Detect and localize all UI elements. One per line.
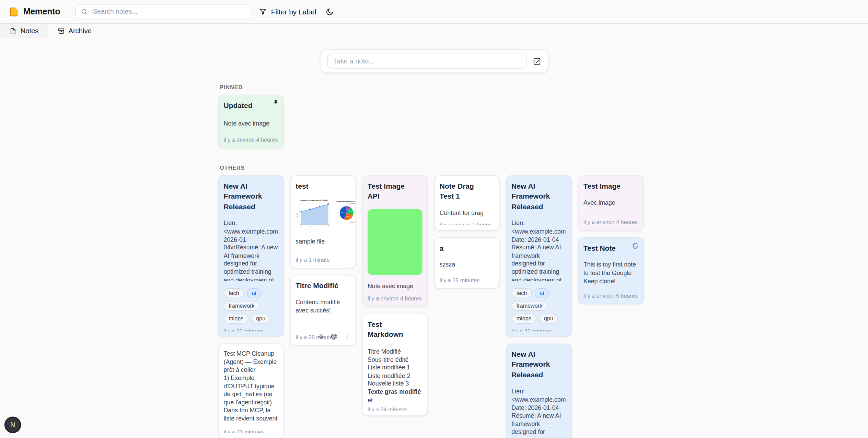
- note-body: Contenu modifié avec succès!: [296, 298, 350, 315]
- note-timestamp: il y a environ 4 heures: [583, 215, 638, 225]
- text-segment: Titre Modifié Sous-titre édité Liste mod…: [368, 348, 410, 387]
- tag-tech[interactable]: tech: [224, 288, 244, 298]
- note-card-test-markdown[interactable]: Test Markdown Titre Modifié Sous-titre é…: [362, 314, 428, 416]
- note-card-titre-modifie[interactable]: Titre Modifié Contenu modifié avec succè…: [290, 275, 356, 346]
- others-section-label: OTHERS: [220, 165, 645, 171]
- tag-gpu[interactable]: gpu: [251, 313, 270, 323]
- note-body: Avec image: [583, 199, 638, 207]
- grid-column-1: New AI Framework Released Lien: <www.exa…: [218, 175, 284, 438]
- tab-archive-label: Archive: [68, 27, 91, 35]
- note-timestamp: il y a environ 4 heures: [224, 132, 279, 143]
- note-card-test-image[interactable]: Test Image Avec image il y a environ 4 h…: [578, 175, 644, 230]
- text-segment: et: [368, 396, 373, 402]
- filter-by-label-button[interactable]: Filter by Label: [259, 8, 316, 16]
- text-segment: get_notes: [232, 391, 262, 398]
- note-card-test-image-api[interactable]: Test Image API Note avec image il y a en…: [362, 175, 428, 307]
- tag-mlops[interactable]: mlops: [511, 313, 536, 323]
- svg-text:T1: T1: [300, 226, 302, 228]
- note-title: Test Note: [583, 244, 638, 254]
- pinned-section-label: PINNED: [220, 84, 645, 90]
- note-hover-actions: [318, 333, 350, 340]
- reminder-bell-icon: [632, 242, 639, 249]
- dark-mode-toggle[interactable]: [326, 8, 334, 16]
- note-timestamp: il y a 32 minutes: [511, 323, 566, 331]
- tab-bar: Notes Archive: [0, 23, 868, 38]
- header: Memento Filter by Label: [0, 0, 868, 23]
- note-timestamp: il y a environ 5 heures: [583, 288, 638, 299]
- n-badge-button[interactable]: N: [4, 417, 21, 433]
- svg-text:25.4%: 25.4%: [346, 216, 350, 218]
- note-title: New AI Framework Released: [511, 350, 566, 380]
- note-card-updated[interactable]: Updated Note avec image il y a environ 4…: [218, 95, 284, 148]
- note-title: New AI Framework Released: [224, 181, 279, 212]
- text-segment: Texte gras modifié: [368, 388, 421, 395]
- search-box[interactable]: [75, 4, 251, 19]
- svg-text:T4: T4: [327, 226, 329, 228]
- svg-text:20.0%: 20.0%: [349, 212, 352, 213]
- note-timestamp: il y a 32 minutes: [224, 323, 279, 331]
- svg-text:T3: T3: [319, 226, 320, 228]
- svg-text:Services: Services: [350, 222, 355, 223]
- note-title: Note Drag Test 1: [440, 181, 495, 202]
- note-file-logo-icon: [9, 7, 19, 16]
- tab-notes-label: Notes: [21, 27, 39, 35]
- note-card-test-mcp-cleanup[interactable]: Test MCP Cleanup (Agent) — Exemple prêt …: [218, 344, 284, 438]
- palette-icon[interactable]: [331, 333, 338, 340]
- note-title: Test Markdown: [368, 320, 423, 340]
- svg-text:T2: T2: [309, 226, 311, 228]
- svg-text:Consulting: Consulting: [349, 203, 356, 204]
- tag-tech[interactable]: tech: [511, 288, 532, 298]
- app-window: Memento Filter by Label Notes: [0, 0, 868, 438]
- note-card-new-ai-framework-1[interactable]: New AI Framework Released Lien: <www.exa…: [218, 175, 284, 337]
- grid-column-6: Test Image Avec image il y a environ 4 h…: [578, 175, 644, 304]
- note-body: Titre Modifié Sous-titre édité Liste mod…: [368, 347, 423, 402]
- note-title: Test Image API: [368, 181, 423, 202]
- new-checklist-button[interactable]: [532, 57, 541, 66]
- green-attachment-image[interactable]: [368, 209, 423, 275]
- n-badge-letter: N: [10, 421, 15, 429]
- note-attachments: Croissance Trimestrielle du CA (M€): [296, 199, 350, 230]
- note-timestamp: il y a environ 1 heure: [440, 217, 495, 225]
- note-card-new-ai-framework-2[interactable]: New AI Framework Released Lien: <www.exa…: [506, 175, 572, 337]
- line-chart-image[interactable]: Croissance Trimestrielle du CA (M€): [296, 199, 331, 230]
- note-body: Content for drag test: [440, 209, 495, 218]
- pin-filled-icon[interactable]: [273, 99, 279, 106]
- tag-gpu[interactable]: gpu: [539, 313, 558, 323]
- tag-framework[interactable]: framework: [224, 301, 259, 311]
- tag-framework[interactable]: framework: [511, 301, 547, 311]
- note-timestamp: il y a environ 4 heures: [368, 291, 423, 301]
- search-input[interactable]: [92, 7, 245, 16]
- tag-ai[interactable]: ai: [247, 288, 261, 298]
- moon-icon: [326, 8, 334, 16]
- note-timestamp: il y a 24 minutes: [368, 402, 423, 411]
- take-a-note-input[interactable]: [327, 54, 526, 69]
- note-card-test[interactable]: test Croissance Trimestrielle du CA (M€): [290, 175, 356, 268]
- tag-ai[interactable]: ai: [535, 288, 549, 298]
- tab-archive[interactable]: Archive: [48, 24, 101, 38]
- note-timestamp: il y a 1 minute: [296, 252, 350, 263]
- svg-text:Licences: Licences: [354, 210, 356, 211]
- grid-column-5: New AI Framework Released Lien: <www.exa…: [506, 175, 572, 438]
- pie-chart-image[interactable]: Répartition des Revenus 2024 44.4% 10.2%…: [336, 199, 356, 230]
- note-file-icon: [9, 27, 16, 35]
- tab-notes[interactable]: Notes: [0, 24, 48, 38]
- note-card-note-drag-test[interactable]: Note Drag Test 1 Content for drag test i…: [434, 175, 500, 230]
- filter-by-label-text: Filter by Label: [271, 8, 316, 16]
- note-body: sample file: [296, 238, 350, 246]
- note-timestamp: il y a 23 minutes: [224, 424, 279, 433]
- tag-mlops[interactable]: mlops: [224, 313, 248, 323]
- notes-board: PINNED Updated Note avec image il y a en…: [218, 84, 645, 438]
- note-body: szsza: [440, 261, 495, 269]
- note-tags: techaiframeworkmlopsgpu: [511, 288, 566, 323]
- note-body: Lien: <www.example.com> Date: 2026-01-04…: [511, 219, 566, 281]
- note-card-a[interactable]: a szsza il y a 25 minutes: [434, 237, 500, 289]
- note-card-test-note[interactable]: Test Note This is my first note to test …: [578, 237, 644, 304]
- app-title: Memento: [23, 7, 60, 16]
- note-card-new-ai-framework-3[interactable]: New AI Framework Released Lien: <www.exa…: [506, 344, 572, 438]
- note-body: This is my first note to test the Google…: [583, 261, 638, 285]
- note-body: Lien: <www.example.com> Date: 2026-01-04…: [511, 388, 566, 438]
- logo: Memento: [9, 7, 60, 16]
- pin-icon[interactable]: [318, 333, 324, 340]
- more-menu-icon[interactable]: [344, 333, 350, 340]
- note-body: Lien: <www.example.com>\nDate: 2026-01-0…: [224, 219, 279, 281]
